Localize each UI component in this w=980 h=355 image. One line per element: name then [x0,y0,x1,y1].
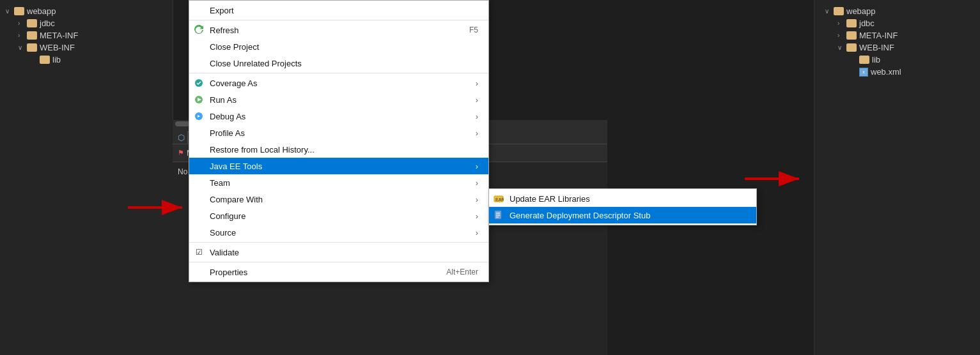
menu-item-run-as[interactable]: Run As › [189,91,488,108]
debug-icon [193,110,205,122]
tree-item-webinf-left[interactable]: ∨ WEB-INF [0,42,173,54]
menu-item-profile-as[interactable]: Profile As › [189,125,488,141]
menu-label-properties: Properties [210,268,247,277]
menu-label-export: Export [210,6,234,15]
compare-with-arrow: › [476,195,478,204]
refresh-icon [193,24,205,36]
menu-item-configure[interactable]: Configure › [189,208,488,224]
chevron-metainf-right: › [837,32,846,39]
menu-item-team[interactable]: Team › [189,174,488,191]
javaee-tools-arrow: › [476,162,478,171]
menu-item-close-project[interactable]: Close Project [189,38,488,55]
menu-item-compare-with[interactable]: Compare With › [189,191,488,208]
tree-item-webapp-left[interactable]: ∨ webapp [0,5,173,17]
chevron-jdbc-left: › [18,20,27,27]
chevron-webinf-left: ∨ [18,44,27,51]
configure-arrow: › [476,211,478,221]
submenu-javaee-tools: EAR Update EAR Libraries Generate Deploy… [488,188,757,225]
folder-icon-jdbc-right [846,19,857,27]
menu-label-compare-with: Compare With [210,195,263,204]
label-webapp-left: webapp [27,6,56,16]
label-metainf-right: META-INF [859,31,898,40]
label-webxml-right: web.xml [871,67,901,77]
tree-item-webapp-right[interactable]: ∨ webapp [814,5,980,17]
tree-item-webxml-right[interactable]: x web.xml [814,66,980,78]
menu-label-debug-as: Debug As [210,112,245,121]
xml-icon-webxml: x [859,68,868,77]
menu-label-validate: Validate [210,248,239,257]
chevron-jdbc-right: › [837,20,846,27]
folder-icon-metainf-left [27,31,37,40]
folder-icon-webinf-left [27,43,37,52]
menu-label-close-unrelated: Close Unrelated Projects [210,59,302,68]
menu-sep-3 [189,242,488,243]
folder-icon-metainf-right [846,31,857,40]
run-as-arrow: › [476,95,478,105]
submenu-item-update-ear[interactable]: EAR Update EAR Libraries [489,190,756,207]
descriptor-icon [493,209,504,221]
menu-item-close-unrelated[interactable]: Close Unrelated Projects [189,55,488,72]
menu-label-javaee-tools: Java EE Tools [210,162,262,171]
submenu-label-generate-descriptor: Generate Deployment Descriptor Stub [509,211,650,220]
menu-item-coverage-as[interactable]: Coverage As › [189,75,488,91]
menu-label-profile-as: Profile As [210,128,245,138]
menu-item-source[interactable]: Source › [189,224,488,241]
tree-item-metainf-right[interactable]: › META-INF [814,29,980,42]
label-lib-left: lib [52,55,61,64]
folder-icon-webapp-left [14,7,24,15]
menu-label-close-project: Close Project [210,42,259,52]
menu-label-restore-history: Restore from Local History... [210,145,315,155]
folder-icon-webapp-right [834,7,844,15]
menu-item-restore-history[interactable]: Restore from Local History... [189,141,488,158]
folder-icon-lib-right [859,56,869,64]
chevron-webapp-left: ∨ [5,8,14,15]
menu-shortcut-properties: Alt+Enter [426,268,478,276]
folder-icon-webinf-right [846,43,857,52]
coverage-icon [193,77,205,89]
menu-sep-4 [189,262,488,262]
menu-label-configure: Configure [210,211,245,221]
menu-item-validate[interactable]: ☑ Validate [189,244,488,261]
menu-item-debug-as[interactable]: Debug As › [189,108,488,125]
folder-icon-jdbc-left [27,19,37,27]
chevron-webapp-right: ∨ [825,8,834,15]
label-webinf-left: WEB-INF [40,43,75,52]
source-arrow: › [476,228,478,238]
folder-icon-lib-left [40,56,50,64]
menu-shortcut-refresh: F5 [449,26,478,34]
menu-item-refresh[interactable]: Refresh F5 [189,22,488,38]
tree-item-jdbc-left[interactable]: › jdbc [0,17,173,29]
menu-label-coverage-as: Coverage As [210,79,257,88]
label-jdbc-left: jdbc [40,19,55,28]
menu-sep-2 [189,73,488,73]
label-lib-right: lib [872,55,880,64]
menu-label-refresh: Refresh [210,26,239,35]
label-webinf-right: WEB-INF [859,43,894,52]
left-project-explorer: ∨ webapp › jdbc › META-INF ∨ WEB-INF lib [0,0,173,355]
tree-item-lib-right[interactable]: lib [814,54,980,66]
menu-sep-1 [189,20,488,20]
markers-icon: ⚑ [178,149,184,157]
coverage-as-arrow: › [476,79,478,88]
run-icon [193,94,205,105]
tree-item-webinf-right[interactable]: ∨ WEB-INF [814,42,980,54]
tree-item-metainf-left[interactable]: › META-INF [0,29,173,42]
menu-label-run-as: Run As [210,95,237,105]
tree-item-lib-left[interactable]: lib [0,54,173,66]
chevron-metainf-left: › [18,32,27,39]
menu-item-properties[interactable]: Properties Alt+Enter [189,264,488,280]
right-red-arrow [745,166,809,193]
label-webapp-right: webapp [846,6,876,16]
tree-item-jdbc-right[interactable]: › jdbc [814,17,980,29]
validate-checkbox: ☑ [196,248,203,257]
ear-icon: EAR [493,193,504,204]
label-jdbc-right: jdbc [859,19,875,28]
submenu-item-generate-descriptor[interactable]: Generate Deployment Descriptor Stub [489,207,756,223]
menu-label-source: Source [210,228,236,238]
menu-item-javaee-tools[interactable]: Java EE Tools › [189,158,488,174]
menu-label-team: Team [210,178,230,188]
team-arrow: › [476,178,478,188]
menu-item-export[interactable]: Export [189,2,488,19]
svg-text:EAR: EAR [495,197,504,202]
left-red-arrow [128,195,192,222]
